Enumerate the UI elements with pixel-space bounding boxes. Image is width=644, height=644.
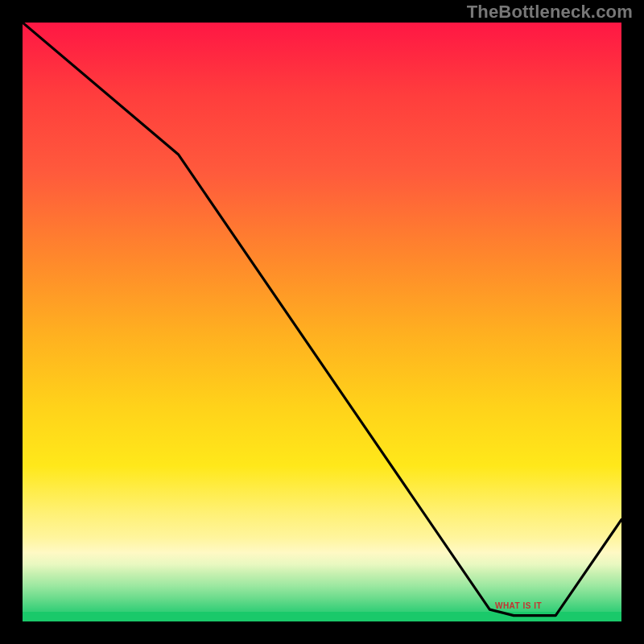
curve-annotation: WHAT IS IT <box>495 601 542 610</box>
bottleneck-curve <box>23 23 621 621</box>
plot-area: WHAT IS IT <box>23 23 621 621</box>
attribution-label: TheBottleneck.com <box>467 2 633 23</box>
chart-frame: TheBottleneck.com WHAT IS IT <box>0 0 644 644</box>
